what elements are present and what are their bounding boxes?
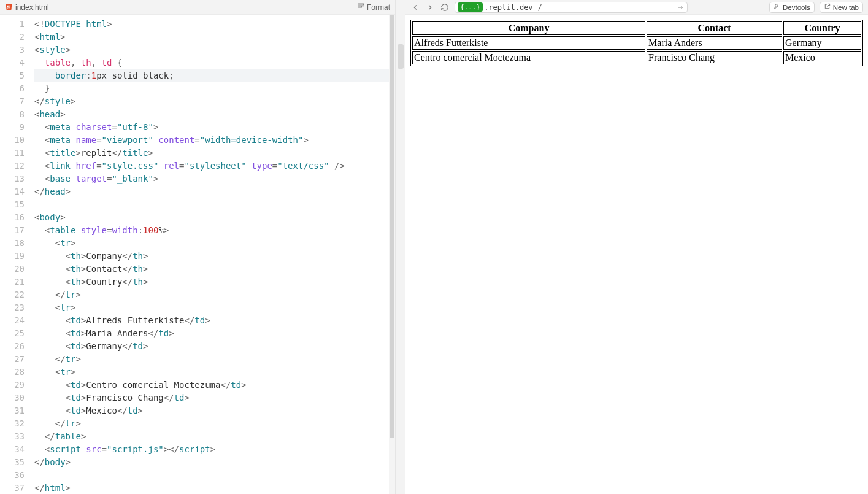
line-number: 33 <box>0 430 25 443</box>
code-line[interactable]: <th>Contact</th> <box>34 263 395 276</box>
editor-pane: index.html Format 1234567891011121314151… <box>0 0 396 494</box>
table-header: Contact <box>647 21 782 35</box>
url-domain: .replit.dev <box>484 3 532 12</box>
code-line[interactable]: </tr> <box>34 353 395 366</box>
editor-body[interactable]: 1234567891011121314151617181920212223242… <box>0 15 395 494</box>
table-header-row: Company Contact Country <box>412 21 861 35</box>
code-line[interactable] <box>34 198 395 211</box>
code-line[interactable]: <meta charset="utf-8"> <box>34 121 395 134</box>
devtools-button[interactable]: Devtools <box>769 2 815 13</box>
code-line[interactable]: <script src="script.js"></script> <box>34 443 395 456</box>
code-line[interactable]: <head> <box>34 108 395 121</box>
new-tab-button[interactable]: New tab <box>820 2 863 13</box>
code-line[interactable]: </tr> <box>34 288 395 301</box>
code-line[interactable]: <th>Country</th> <box>34 276 395 288</box>
line-number: 24 <box>0 314 25 327</box>
line-number: 30 <box>0 392 25 404</box>
editor-tab[interactable]: index.html <box>5 3 49 12</box>
open-external-icon[interactable] <box>676 3 685 12</box>
table-cell: Germany <box>783 36 861 50</box>
editor-scrollbar[interactable] <box>389 15 395 494</box>
code-line[interactable]: </body> <box>34 456 395 469</box>
new-tab-label: New tab <box>833 4 859 11</box>
code-line[interactable]: <td>Alfreds Futterkiste</td> <box>34 314 395 327</box>
code-line[interactable]: <!DOCTYPE html> <box>34 18 395 31</box>
code-line[interactable]: <title>replit</title> <box>34 147 395 160</box>
line-number: 21 <box>0 276 25 288</box>
code-line[interactable]: <th>Company</th> <box>34 250 395 263</box>
line-number: 27 <box>0 353 25 366</box>
line-number: 26 <box>0 340 25 353</box>
code-line[interactable]: <base target="_blank"> <box>34 172 395 185</box>
line-number: 23 <box>0 301 25 314</box>
preview-body: Company Contact Country Alfreds Futterki… <box>405 15 868 494</box>
line-number: 36 <box>0 469 25 482</box>
code-line[interactable]: border:1px solid black; <box>34 69 395 82</box>
code-line[interactable]: <td>Centro comercial Moctezuma</td> <box>34 379 395 392</box>
code-line[interactable] <box>34 469 395 482</box>
line-number: 7 <box>0 95 25 108</box>
line-number: 5 <box>0 69 25 82</box>
line-number: 20 <box>0 263 25 276</box>
wrench-icon <box>774 3 780 11</box>
code-line[interactable]: <body> <box>34 211 395 224</box>
table-header: Country <box>783 21 861 35</box>
editor-filename: index.html <box>15 3 49 12</box>
svg-rect-1 <box>358 6 361 7</box>
line-number: 34 <box>0 443 25 456</box>
table-row: Alfreds Futterkiste Maria Anders Germany <box>412 36 861 50</box>
pane-divider[interactable] <box>396 0 405 494</box>
code-line[interactable]: <table style=width:100%> <box>34 224 395 237</box>
table-cell: Centro comercial Moctezuma <box>412 51 645 64</box>
forward-icon[interactable] <box>425 2 435 12</box>
code-line[interactable]: <td>Mexico</td> <box>34 404 395 417</box>
url-bar[interactable]: {...}.replit.dev / <box>455 2 688 13</box>
code-line[interactable]: </style> <box>34 95 395 108</box>
code-line[interactable]: } <box>34 82 395 95</box>
code-line[interactable]: <html> <box>34 31 395 44</box>
browser-toolbar: {...}.replit.dev / Devtools New tab <box>405 0 868 15</box>
line-number: 19 <box>0 250 25 263</box>
line-number: 8 <box>0 108 25 121</box>
back-icon[interactable] <box>410 2 420 12</box>
code-line[interactable]: table, th, td { <box>34 56 395 69</box>
line-number: 3 <box>0 44 25 56</box>
devtools-label: Devtools <box>783 4 810 11</box>
line-number: 1 <box>0 18 25 31</box>
code-line[interactable]: <tr> <box>34 366 395 379</box>
line-number: 12 <box>0 160 25 172</box>
preview-table: Company Contact Country Alfreds Futterki… <box>410 20 863 66</box>
code-line[interactable]: <td>Francisco Chang</td> <box>34 392 395 404</box>
line-number: 17 <box>0 224 25 237</box>
line-number: 16 <box>0 211 25 224</box>
code-line[interactable]: </head> <box>34 185 395 198</box>
code-line[interactable]: <style> <box>34 44 395 56</box>
code-line[interactable]: <link href="style.css" rel="stylesheet" … <box>34 160 395 172</box>
format-button[interactable]: Format <box>357 2 390 12</box>
line-number: 25 <box>0 327 25 340</box>
scrollbar-thumb[interactable] <box>390 15 394 438</box>
line-number: 31 <box>0 404 25 417</box>
line-number: 13 <box>0 172 25 185</box>
code-area[interactable]: <!DOCTYPE html><html><style> table, th, … <box>29 15 395 494</box>
divider-handle[interactable] <box>398 44 404 69</box>
code-line[interactable]: <tr> <box>34 301 395 314</box>
line-gutter: 1234567891011121314151617181920212223242… <box>0 15 29 494</box>
svg-rect-0 <box>358 4 363 5</box>
reload-icon[interactable] <box>440 2 450 12</box>
line-number: 29 <box>0 379 25 392</box>
code-line[interactable]: </tr> <box>34 417 395 430</box>
code-line[interactable]: </table> <box>34 430 395 443</box>
url-path: / <box>538 3 542 12</box>
code-line[interactable]: <td>Maria Anders</td> <box>34 327 395 340</box>
line-number: 10 <box>0 134 25 147</box>
external-link-icon <box>824 3 831 11</box>
table-cell: Alfreds Futterkiste <box>412 36 645 50</box>
code-line[interactable]: <tr> <box>34 237 395 250</box>
code-line[interactable]: <meta name="viewport" content="width=dev… <box>34 134 395 147</box>
code-line[interactable]: </html> <box>34 482 395 494</box>
line-number: 22 <box>0 288 25 301</box>
code-line[interactable]: <td>Germany</td> <box>34 340 395 353</box>
format-icon <box>357 2 364 12</box>
line-number: 11 <box>0 147 25 160</box>
